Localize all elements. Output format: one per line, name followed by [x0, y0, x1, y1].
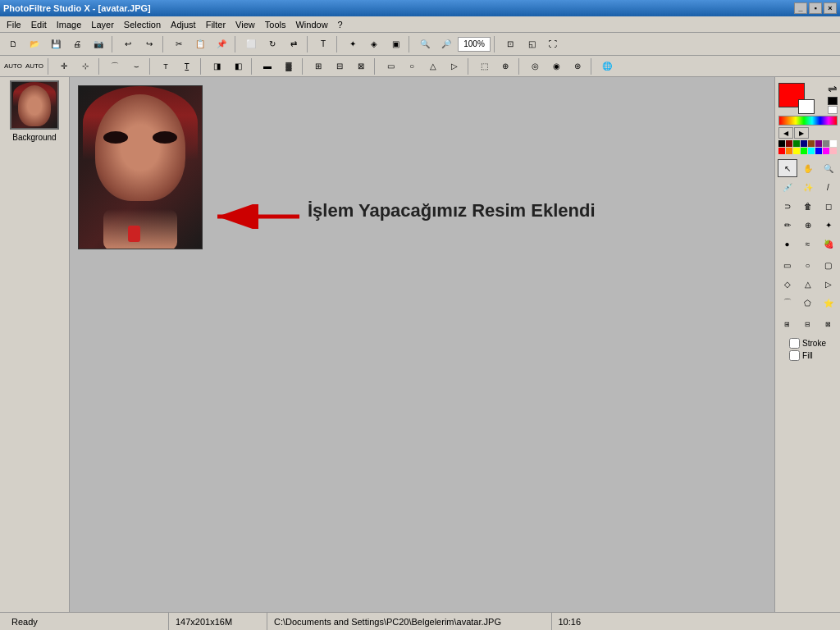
tb-new[interactable]: 🗋	[3, 35, 23, 53]
menu-filter[interactable]: Filter	[201, 18, 231, 31]
tb2-grid2[interactable]: ⊟	[330, 57, 349, 75]
palette-next[interactable]: ▶	[794, 127, 809, 139]
palette-darkgreen[interactable]	[793, 140, 800, 147]
tb-rotate[interactable]: ↻	[262, 35, 282, 53]
tb-cut[interactable]: ✂	[169, 35, 189, 53]
tb-open[interactable]: 📂	[25, 35, 44, 53]
tb-redo[interactable]: ↪	[139, 35, 159, 53]
palette-darkred[interactable]	[786, 140, 792, 147]
palette-green[interactable]	[801, 148, 807, 154]
select-tool[interactable]: ↖	[778, 159, 797, 177]
tb2-effect1[interactable]: ◎	[525, 57, 545, 75]
palette-blue[interactable]	[815, 148, 822, 154]
diamond-shape[interactable]: ◇	[778, 275, 797, 293]
menu-image[interactable]: Image	[52, 18, 87, 31]
tb-fx1[interactable]: ✦	[343, 35, 363, 53]
tb-flip[interactable]: ⇄	[284, 35, 304, 53]
tb-text[interactable]: T	[313, 35, 333, 53]
tb2-stamp[interactable]: ⊕	[495, 57, 515, 75]
tb2-shade[interactable]: ▓	[279, 57, 299, 75]
close-btn[interactable]: ×	[824, 2, 837, 14]
tb-full[interactable]: ⛶	[543, 35, 563, 53]
tb-resize[interactable]: ⬜	[241, 35, 261, 53]
grid-tool[interactable]: ⊞	[778, 315, 797, 333]
tb2-auto2[interactable]: AUTO	[25, 57, 44, 75]
tb2-type1[interactable]: T	[156, 57, 176, 75]
clone-tool[interactable]: ⊕	[798, 216, 818, 234]
palette-black[interactable]	[778, 140, 785, 147]
tb-paste[interactable]: 📌	[212, 35, 231, 53]
fill-tool[interactable]: 🗑	[798, 197, 818, 215]
tb2-grid3[interactable]: ⊠	[351, 57, 371, 75]
menu-selection[interactable]: Selection	[119, 18, 166, 31]
hand-tool[interactable]: ✋	[798, 159, 818, 177]
palette-darkblue[interactable]	[801, 140, 807, 147]
tb-print[interactable]: 🖨	[67, 35, 87, 53]
image-container[interactable]	[78, 85, 203, 249]
eraser-tool[interactable]: ◻	[819, 197, 838, 215]
stamp-tool[interactable]: 🍓	[819, 235, 838, 253]
brush-tool[interactable]: ✏	[778, 216, 797, 234]
arrow-shape[interactable]: ▷	[819, 275, 838, 293]
menu-view[interactable]: View	[231, 18, 260, 31]
minimize-btn[interactable]: _	[794, 2, 807, 14]
pen-tool[interactable]: /	[819, 178, 838, 196]
tb2-web[interactable]: 🌐	[597, 57, 617, 75]
star-shape[interactable]: ⭐	[819, 294, 838, 312]
menu-adjust[interactable]: Adjust	[166, 18, 201, 31]
menu-tools[interactable]: Tools	[260, 18, 291, 31]
tb2-rect[interactable]: ▭	[381, 57, 400, 75]
smudge-tool[interactable]: ≈	[798, 235, 818, 253]
title-bar-controls[interactable]: _ ▪ ×	[794, 2, 837, 14]
grid3-tool[interactable]: ⊠	[819, 315, 838, 333]
palette-pink[interactable]	[830, 148, 837, 154]
palette-purple[interactable]	[815, 140, 822, 147]
palette-red[interactable]	[778, 148, 785, 154]
menu-help[interactable]: ?	[333, 18, 348, 31]
tb-zoomin[interactable]: 🔍	[415, 35, 435, 53]
palette-white[interactable]	[830, 140, 837, 147]
stroke-checkbox[interactable]	[789, 338, 800, 349]
tb2-effect2[interactable]: ◉	[546, 57, 566, 75]
tb2-curve1[interactable]: ⌒	[105, 57, 125, 75]
zoom-tool[interactable]: 🔍	[819, 159, 838, 177]
menu-layer[interactable]: Layer	[86, 18, 119, 31]
fill-option[interactable]: Fill	[789, 350, 826, 361]
grid2-tool[interactable]: ⊟	[798, 315, 818, 333]
tb-scan[interactable]: 📷	[89, 35, 108, 53]
tb-fx3[interactable]: ▣	[386, 35, 405, 53]
poly-shape[interactable]: ⬠	[798, 294, 818, 312]
palette-prev[interactable]: ◀	[778, 127, 793, 139]
rect-shape[interactable]: ▭	[778, 256, 797, 274]
black-swatch[interactable]	[828, 97, 838, 105]
tb-undo[interactable]: ↩	[118, 35, 138, 53]
tb2-color2[interactable]: ◧	[228, 57, 248, 75]
palette-magenta[interactable]	[823, 148, 829, 154]
tb-save[interactable]: 💾	[46, 35, 66, 53]
dot-tool[interactable]: ●	[778, 235, 797, 253]
color-spectrum[interactable]	[778, 116, 838, 126]
layer-thumbnail[interactable]	[10, 80, 59, 130]
freehand-shape[interactable]: ⌒	[778, 294, 797, 312]
tb-fx2[interactable]: ◈	[364, 35, 384, 53]
tb-copy[interactable]: 📋	[190, 35, 210, 53]
tb2-move[interactable]: ✛	[54, 57, 74, 75]
tb2-type2[interactable]: T̲	[177, 57, 197, 75]
tb2-move2[interactable]: ⊹	[75, 57, 95, 75]
menu-file[interactable]: File	[2, 18, 26, 31]
zoom-input[interactable]: 100%	[458, 37, 491, 52]
menu-window[interactable]: Window	[290, 18, 332, 31]
palette-cyan[interactable]	[808, 148, 815, 154]
canvas-area[interactable]: İşlem Yapacağımız Resim Eklendi	[70, 77, 774, 612]
round-rect-shape[interactable]: ▢	[819, 256, 838, 274]
tb2-tri1[interactable]: △	[423, 57, 443, 75]
restore-btn[interactable]: ▪	[809, 2, 822, 14]
tb-actual[interactable]: ◱	[522, 35, 541, 53]
circle-shape[interactable]: ○	[798, 256, 818, 274]
tb2-color1[interactable]: ◨	[207, 57, 226, 75]
white-swatch[interactable]	[828, 106, 838, 114]
tb2-tri2[interactable]: ▷	[445, 57, 464, 75]
palette-yellow[interactable]	[793, 148, 800, 154]
palette-gray[interactable]	[823, 140, 829, 147]
magic-tool[interactable]: ✨	[798, 178, 818, 196]
